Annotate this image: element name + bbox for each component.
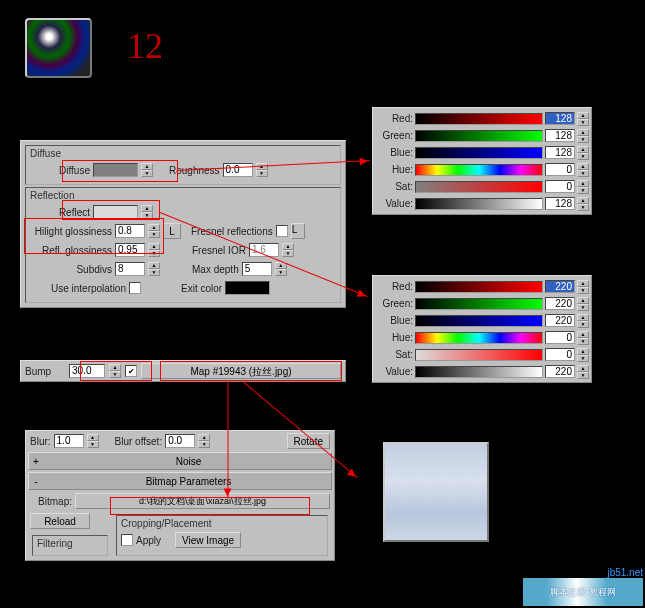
hilight-gloss-field[interactable]: 0.8 [115,224,145,238]
value-spinner[interactable]: ▲▼ [577,197,589,211]
sat-spinner[interactable]: ▲▼ [577,180,589,194]
blur-offset-spinner[interactable]: ▲▼ [198,434,210,448]
sat-slider-2[interactable] [415,349,543,361]
hue-slider-2[interactable] [415,332,543,344]
apply-label: Apply [136,535,161,546]
lock-button[interactable]: L [163,223,181,239]
bump-spinner[interactable]: ▲▼ [109,364,121,378]
hue-slider[interactable] [415,164,543,176]
sat-value-2[interactable]: 0 [545,348,575,361]
diffuse-group: Diffuse Diffuse ▲▼ Roughness 0.0 ▲▼ [25,145,341,185]
cropping-group-label: Cropping/Placement [121,518,323,529]
max-depth-field[interactable]: 5 [242,262,272,276]
roughness-field[interactable]: 0.0 [223,163,253,177]
step-number: 12 [127,25,163,67]
red-spinner-2[interactable]: ▲▼ [577,280,589,294]
subdivs-label: Subdivs [30,264,112,275]
hilight-gloss-spinner[interactable]: ▲▼ [148,224,160,238]
diffuse-label: Diffuse [30,165,90,176]
sat-label: Sat: [375,181,413,192]
reflect-label: Reflect [30,207,90,218]
value-slider-2[interactable] [415,366,543,378]
red-label-2: Red: [375,281,413,292]
red-value-2[interactable]: 220 [545,280,575,293]
value-value[interactable]: 128 [545,197,575,210]
blue-value-2[interactable]: 220 [545,314,575,327]
fresnel-lock[interactable]: L [291,223,305,239]
fresnel-ior-spinner[interactable]: ▲▼ [282,243,294,257]
red-spinner[interactable]: ▲▼ [577,112,589,126]
texture-preview [383,442,489,542]
reflect-map-spinner[interactable]: ▲▼ [141,205,153,219]
value-value-2[interactable]: 220 [545,365,575,378]
blur-field[interactable]: 1.0 [54,434,84,448]
hue-value[interactable]: 0 [545,163,575,176]
hilight-gloss-label: Hilight glossiness [30,226,112,237]
blue-label-2: Blue: [375,315,413,326]
color-picker-reflect: Red:220▲▼ Green:220▲▼ Blue:220▲▼ Hue:0▲▼… [372,275,592,383]
red-slider-2[interactable] [415,281,543,293]
refl-gloss-field[interactable]: 0.95 [115,243,145,257]
blur-offset-field[interactable]: 0.0 [165,434,195,448]
green-spinner[interactable]: ▲▼ [577,129,589,143]
green-label: Green: [375,130,413,141]
hue-value-2[interactable]: 0 [545,331,575,344]
green-spinner-2[interactable]: ▲▼ [577,297,589,311]
use-interp-checkbox[interactable] [129,282,141,294]
sat-label-2: Sat: [375,349,413,360]
hue-spinner[interactable]: ▲▼ [577,163,589,177]
green-value-2[interactable]: 220 [545,297,575,310]
view-image-button[interactable]: View Image [175,532,241,548]
exit-color-swatch[interactable] [225,281,270,295]
red-slider[interactable] [415,113,543,125]
reflect-color-swatch[interactable] [93,205,138,219]
noise-rollout-label[interactable]: Noise [46,456,331,467]
blue-value[interactable]: 128 [545,146,575,159]
bump-enable-checkbox[interactable]: ✔ [125,365,137,377]
use-interp-label: Use interpolation [30,283,126,294]
reflection-group-label: Reflection [30,190,336,201]
hue-spinner-2[interactable]: ▲▼ [577,331,589,345]
sat-spinner-2[interactable]: ▲▼ [577,348,589,362]
value-slider[interactable] [415,198,543,210]
apply-checkbox[interactable] [121,534,133,546]
diffuse-color-swatch[interactable] [93,163,138,177]
reload-button[interactable]: Reload [30,513,90,529]
diffuse-map-spinner[interactable]: ▲▼ [141,163,153,177]
blur-label: Blur: [30,436,51,447]
value-spinner-2[interactable]: ▲▼ [577,365,589,379]
fresnel-ior-label: Fresnel IOR [192,245,246,256]
watermark-banner: 脚本之家 教程网 [523,578,643,606]
bump-map-row: Bump 30.0 ▲▼ ✔ Map #19943 (拉丝.jpg) [20,360,346,382]
bump-map-button[interactable]: Map #19943 (拉丝.jpg) [141,363,341,379]
sat-value[interactable]: 0 [545,180,575,193]
filtering-group-label: Filtering [37,538,103,549]
bmp-collapse-icon[interactable]: - [29,476,43,487]
green-slider-2[interactable] [415,298,543,310]
bitmap-path-button[interactable]: d:\我的文档\桌面\xiazai\拉丝.jpg [75,493,330,509]
refl-gloss-spinner[interactable]: ▲▼ [148,243,160,257]
subdivs-spinner[interactable]: ▲▼ [148,262,160,276]
max-depth-label: Max depth [192,264,239,275]
diffuse-group-label: Diffuse [30,148,336,159]
blur-spinner[interactable]: ▲▼ [87,434,99,448]
material-preview-sphere [25,18,92,78]
green-value[interactable]: 128 [545,129,575,142]
exit-color-label: Exit color [181,283,222,294]
bmp-params-rollout-label[interactable]: Bitmap Parameters [46,476,331,487]
blue-slider-2[interactable] [415,315,543,327]
blue-spinner-2[interactable]: ▲▼ [577,314,589,328]
fresnel-checkbox[interactable] [276,225,288,237]
noise-expand-icon[interactable]: + [29,456,43,467]
subdivs-field[interactable]: 8 [115,262,145,276]
value-label-2: Value: [375,366,413,377]
bump-value-field[interactable]: 30.0 [69,364,105,378]
blue-slider[interactable] [415,147,543,159]
reflection-group: Reflection Reflect ▲▼ Hilight glossiness… [25,187,341,303]
max-depth-spinner[interactable]: ▲▼ [275,262,287,276]
green-slider[interactable] [415,130,543,142]
red-value[interactable]: 128 [545,112,575,125]
blue-spinner[interactable]: ▲▼ [577,146,589,160]
refl-gloss-label: Refl. glossiness [30,245,112,256]
sat-slider[interactable] [415,181,543,193]
